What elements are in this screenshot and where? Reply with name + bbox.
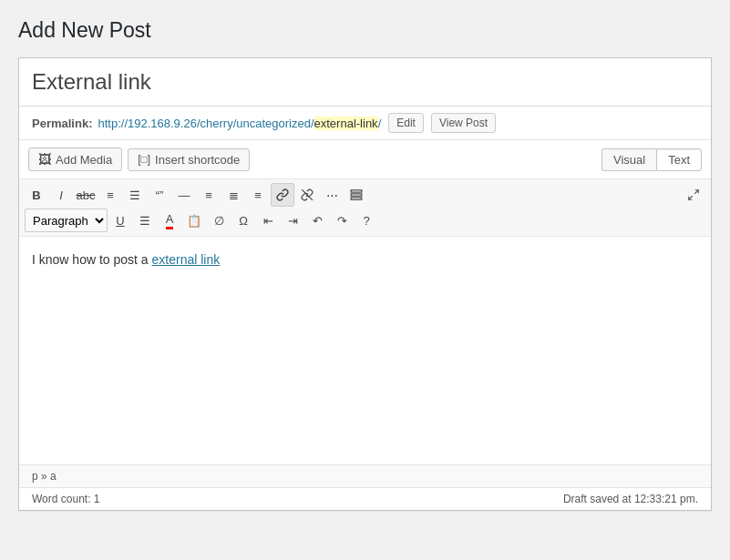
insert-shortcode-label: Insert shortcode (155, 153, 240, 167)
draft-saved-status: Draft saved at 12:33:21 pm. (563, 493, 698, 505)
view-tabs: Visual Text (601, 148, 702, 171)
undo-button[interactable]: ↶ (305, 209, 329, 232)
svg-rect-1 (351, 190, 362, 192)
toggle-toolbar-button[interactable] (344, 183, 368, 207)
edit-permalink-button[interactable]: Edit (388, 113, 424, 133)
editor-status-bar: Word count: 1 Draft saved at 12:33:21 pm… (19, 487, 711, 510)
add-media-label: Add Media (56, 153, 112, 167)
bold-button[interactable]: B (25, 183, 48, 207)
underline-button[interactable]: U (108, 209, 132, 232)
editor-toolbar: B I abc ≡ ☰ “” — ≡ ≣ ≡ ⋯ (19, 179, 711, 237)
editor-text-before-link: I know how to post a (32, 252, 152, 267)
permalink-bar: Permalink: http://192.168.9.26/cherry/un… (19, 107, 711, 140)
redo-button[interactable]: ↷ (330, 209, 354, 232)
permalink-url[interactable]: http://192.168.9.26/cherry/uncategorized… (98, 117, 381, 130)
svg-line-5 (689, 196, 693, 199)
add-media-button[interactable]: 🖼 Add Media (28, 148, 122, 171)
special-char-button[interactable]: Ω (231, 209, 255, 232)
horizontal-rule-button[interactable]: — (172, 183, 196, 207)
media-toolbar-row: 🖼 Add Media [□] Insert shortcode Visual … (19, 140, 711, 179)
svg-rect-2 (351, 194, 362, 196)
font-color-button[interactable]: A (158, 209, 181, 232)
word-count-area: Word count: 1 (32, 493, 100, 505)
add-media-icon: 🖼 (38, 152, 51, 167)
tab-visual[interactable]: Visual (601, 148, 656, 171)
unordered-list-button[interactable]: ≡ (98, 183, 122, 207)
indent-button[interactable]: ⇥ (281, 209, 304, 232)
editor-link[interactable]: external link (152, 252, 221, 267)
page-title: Add New Post (18, 18, 712, 43)
media-toolbar-left: 🖼 Add Media [□] Insert shortcode (28, 148, 250, 171)
word-count-value: 1 (94, 493, 100, 505)
italic-button[interactable]: I (49, 183, 73, 207)
ordered-list-button[interactable]: ☰ (123, 183, 147, 207)
outdent-button[interactable]: ⇤ (256, 209, 280, 232)
shortcode-icon: [□] (138, 153, 150, 166)
help-button[interactable]: ? (355, 209, 378, 232)
editor-path: p » a (32, 470, 57, 483)
align-right-button[interactable]: ≡ (246, 183, 270, 207)
insert-more-tag-button[interactable]: ⋯ (320, 183, 344, 207)
view-post-button[interactable]: View Post (431, 113, 496, 133)
editor-content[interactable]: I know how to post a external link (19, 237, 711, 464)
editor-path-bar: p » a (19, 464, 711, 487)
toolbar-row-2: Paragraph U ☰ A 📋 ∅ Ω ⇤ ⇥ ↶ ↷ ? (25, 209, 705, 232)
svg-rect-3 (351, 198, 362, 199)
insert-link-button[interactable] (271, 183, 294, 207)
clear-formatting-button[interactable]: ∅ (207, 209, 231, 232)
align-left-button[interactable]: ≡ (197, 183, 221, 207)
permalink-slug: external-link (314, 117, 378, 130)
justify-button[interactable]: ☰ (133, 209, 157, 232)
paste-as-text-button[interactable]: 📋 (182, 209, 206, 232)
format-select[interactable]: Paragraph (25, 209, 108, 232)
tab-text[interactable]: Text (656, 148, 702, 171)
svg-line-4 (694, 190, 698, 194)
blockquote-button[interactable]: “” (148, 183, 171, 207)
post-editor: Permalink: http://192.168.9.26/cherry/un… (18, 57, 712, 511)
permalink-label: Permalink: (32, 117, 92, 130)
permalink-base: http://192.168.9.26/cherry/uncategorized… (98, 117, 314, 130)
toolbar-row-1: B I abc ≡ ☰ “” — ≡ ≣ ≡ ⋯ (25, 183, 705, 207)
strikethrough-button[interactable]: abc (74, 183, 98, 207)
post-title-input[interactable] (19, 58, 711, 107)
insert-shortcode-button[interactable]: [□] Insert shortcode (128, 148, 250, 171)
permalink-slash: / (378, 117, 382, 130)
align-center-button[interactable]: ≣ (221, 183, 245, 207)
word-count-label: Word count: (32, 493, 90, 505)
remove-link-button[interactable] (295, 183, 319, 207)
fullscreen-button[interactable] (682, 183, 705, 207)
